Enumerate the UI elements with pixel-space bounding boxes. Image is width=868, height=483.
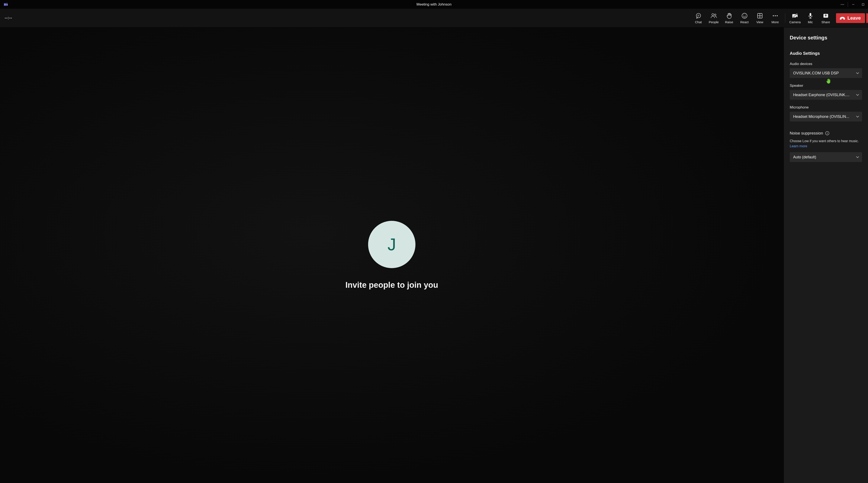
view-label: View [756, 20, 763, 24]
hangup-icon [839, 16, 845, 20]
svg-point-22 [776, 15, 778, 17]
svg-point-4 [841, 4, 841, 5]
invite-text: Invite people to join you [345, 281, 438, 290]
leave-button[interactable]: Leave [836, 13, 865, 23]
audio-devices-field: Audio devices OVISLINK.COM USB DSP [784, 62, 868, 78]
learn-more-link[interactable]: Learn more [790, 144, 807, 148]
people-button[interactable]: People [706, 9, 721, 27]
react-button[interactable]: React [737, 9, 752, 27]
speaker-value: Headset Earphone (OVISLINK.... [793, 93, 859, 97]
svg-point-2 [7, 3, 7, 4]
view-icon [757, 12, 763, 20]
divider [848, 2, 848, 7]
noise-desc-text: Choose Low if you want others to hear mu… [790, 139, 859, 143]
leave-dropdown[interactable] [866, 13, 868, 23]
speaker-label: Speaker [790, 84, 862, 88]
svg-point-12 [712, 14, 714, 15]
view-button[interactable]: View [752, 9, 768, 27]
svg-point-5 [842, 4, 843, 5]
svg-point-15 [743, 15, 744, 15]
svg-rect-3 [6, 4, 8, 5]
device-settings-panel: Device settings Audio Settings Audio dev… [783, 28, 868, 483]
noise-suppression-description: Choose Low if you want others to hear mu… [784, 138, 868, 149]
meeting-toolbar: --:-- Chat [0, 9, 868, 28]
chevron-down-icon [856, 156, 859, 158]
mic-icon [808, 12, 813, 20]
svg-point-20 [773, 15, 774, 17]
share-button[interactable]: Share [818, 9, 833, 27]
chat-label: Chat [695, 20, 702, 24]
more-label: More [772, 20, 779, 24]
chevron-down-icon [856, 72, 859, 74]
people-icon [710, 12, 717, 20]
raise-label: Raise [725, 20, 733, 24]
share-label: Share [822, 20, 830, 24]
meeting-stage: J Invite people to join you [0, 28, 783, 483]
meeting-timer: --:-- [0, 16, 17, 20]
chat-icon [695, 12, 702, 20]
microphone-select[interactable]: Headset Microphone (OVISLIN... [790, 112, 862, 122]
noise-suppression-row: Noise suppression [784, 131, 868, 135]
pointer-cursor-icon [826, 78, 831, 84]
chevron-down-icon [856, 94, 859, 96]
speaker-field: Speaker Headset Earphone (OVISLINK.... [784, 84, 868, 100]
svg-point-14 [742, 13, 747, 18]
svg-point-16 [745, 15, 745, 15]
window-title: Meeting with Johnson [416, 2, 452, 7]
camera-button[interactable]: Camera [787, 9, 803, 27]
titlebar: T Meeting with Johnson [0, 0, 868, 9]
noise-suppression-label: Noise suppression [790, 131, 823, 135]
raise-hand-button[interactable]: Raise [721, 9, 737, 27]
audio-devices-label: Audio devices [790, 62, 862, 66]
svg-rect-26 [810, 13, 811, 16]
svg-point-6 [843, 4, 844, 5]
raise-hand-icon [726, 12, 732, 20]
panel-title: Device settings [784, 35, 868, 41]
camera-label: Camera [789, 20, 801, 24]
microphone-label: Microphone [790, 105, 862, 109]
camera-off-icon [792, 12, 799, 20]
mic-label: Mic [808, 20, 813, 24]
svg-rect-8 [862, 3, 864, 5]
speaker-select[interactable]: Headset Earphone (OVISLINK.... [790, 90, 862, 100]
react-icon [741, 12, 748, 20]
svg-point-9 [696, 13, 701, 18]
svg-point-31 [827, 132, 828, 133]
react-label: React [740, 20, 749, 24]
chat-button[interactable]: Chat [691, 9, 706, 27]
more-icon [772, 12, 778, 20]
mic-button[interactable]: Mic [803, 9, 818, 27]
maximize-button[interactable] [858, 0, 868, 9]
noise-suppression-field: Auto (default) [784, 152, 868, 162]
microphone-value: Headset Microphone (OVISLIN... [793, 115, 859, 119]
svg-point-13 [714, 14, 716, 16]
share-icon [823, 12, 829, 20]
toolbar-actions: Chat People [691, 9, 868, 27]
svg-text:T: T [4, 3, 5, 5]
chevron-down-icon [856, 116, 859, 118]
body: J Invite people to join you Device setti… [0, 28, 868, 483]
minimize-button[interactable] [848, 0, 858, 9]
teams-app-icon: T [4, 2, 8, 7]
more-button[interactable]: More [768, 9, 783, 27]
people-label: People [709, 20, 719, 24]
window-more-button[interactable] [837, 0, 847, 9]
microphone-field: Microphone Headset Microphone (OVISLIN..… [784, 105, 868, 122]
app-root: T Meeting with Johnson --:-- [0, 0, 868, 483]
avatar-initial: J [388, 235, 396, 254]
info-icon[interactable] [825, 131, 829, 135]
audio-devices-select[interactable]: OVISLINK.COM USB DSP [790, 68, 862, 78]
window-controls [837, 0, 868, 9]
leave-label: Leave [847, 15, 861, 21]
audio-settings-heading: Audio Settings [784, 51, 868, 56]
participant-avatar: J [368, 221, 415, 268]
svg-point-21 [775, 15, 776, 17]
audio-devices-value: OVISLINK.COM USB DSP [793, 71, 859, 75]
noise-suppression-value: Auto (default) [793, 155, 859, 159]
noise-suppression-select[interactable]: Auto (default) [790, 152, 862, 162]
